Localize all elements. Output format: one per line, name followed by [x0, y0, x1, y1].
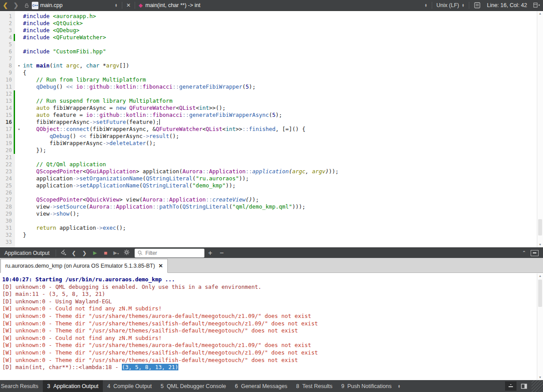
- code-line[interactable]: 20 });: [0, 147, 537, 154]
- code-text: // Qt/Qml application: [23, 161, 537, 168]
- code-line[interactable]: 4#include <QFutureWatcher>: [0, 34, 537, 41]
- editor-scrollbar-thumb[interactable]: [538, 219, 542, 236]
- code-line[interactable]: 12: [0, 90, 537, 97]
- close-tab-icon[interactable]: ✕: [158, 263, 163, 269]
- code-line[interactable]: 7: [0, 55, 537, 62]
- scroll-up-icon[interactable]: ▲: [537, 273, 543, 279]
- fold-margin: [15, 48, 23, 55]
- output-pane-button-compile-output[interactable]: 4Compile Output: [103, 380, 156, 392]
- zoom-out-icon[interactable]: −: [216, 249, 227, 257]
- code-line[interactable]: 32}: [0, 231, 537, 239]
- console-line: [W] unknown:0 - Theme dir "/usr/share/th…: [2, 320, 537, 328]
- code-line[interactable]: 16 fibiWrapperAsync->setFuture(feature);: [0, 119, 537, 126]
- output-pane-button-application-output[interactable]: 3Application Output: [43, 380, 103, 392]
- code-line[interactable]: 27 QScopedPointer<QQuickView> view(Auror…: [0, 196, 537, 203]
- code-text: fibiWrapperAsync->deleteLater();: [23, 140, 537, 147]
- code-line[interactable]: 11 qDebug() << io::github::kotlin::fibon…: [0, 83, 537, 90]
- code-line[interactable]: 10 // Run from library Multiplatform: [0, 76, 537, 83]
- back-icon[interactable]: ❮: [0, 2, 11, 9]
- code-line[interactable]: 18 qDebug() << fibiWrapperAsync->result(…: [0, 133, 537, 140]
- zoom-in-icon[interactable]: +: [204, 249, 216, 257]
- code-line[interactable]: 28 view->setSource(Aurora::Application::…: [0, 203, 537, 210]
- run-output-tab[interactable]: ru.auroraos.demo_kmp (on Aurora OS Emula…: [0, 259, 168, 273]
- line-ending-spinner-icon[interactable]: ▲▼: [462, 4, 464, 7]
- attach-debugger-icon[interactable]: ▶●: [111, 250, 121, 256]
- scroll-down-icon[interactable]: ▼: [537, 242, 543, 247]
- code-text: #include <QtQuick>: [23, 20, 537, 27]
- code-line[interactable]: 14 auto fibiWrapperAsync = new QFutureWa…: [0, 105, 537, 112]
- code-line[interactable]: 24 application->setOrganizationName(QStr…: [0, 175, 537, 182]
- code-line[interactable]: 22 // Qt/Qml application: [0, 161, 537, 168]
- toggle-right-sidebar-icon[interactable]: [518, 381, 530, 391]
- file-dropdown-spinner-icon[interactable]: ▲▼: [115, 4, 117, 7]
- scroll-down-icon[interactable]: ▼: [537, 375, 543, 380]
- fold-margin: [15, 147, 23, 154]
- output-filter-field[interactable]: [135, 249, 204, 258]
- scroll-up-icon[interactable]: ▲: [537, 11, 543, 16]
- close-document-icon[interactable]: ✕: [124, 2, 133, 8]
- output-pane-button-qml-debugger-console[interactable]: 5QML Debugger Console: [156, 380, 230, 392]
- previous-item-icon[interactable]: ❮: [68, 250, 79, 256]
- output-pane-button-test-results[interactable]: 8Test Results: [292, 380, 337, 392]
- split-editor-icon[interactable]: [533, 2, 540, 9]
- line-number: 7: [0, 55, 14, 62]
- code-line[interactable]: 17▾ QObject::connect(fibiWrapperAsync, &…: [0, 126, 537, 133]
- rerun-icon[interactable]: ▶: [90, 250, 100, 256]
- code-line[interactable]: 13 // Run suspend from library Multiplat…: [0, 97, 537, 105]
- code-line[interactable]: 1#include <auroraapp.h>: [0, 13, 537, 20]
- output-pane-button-push-notifications[interactable]: 9Push Notifications: [337, 380, 396, 392]
- output-settings-gear-icon[interactable]: [121, 249, 132, 257]
- collapse-panel-icon[interactable]: ⌃: [517, 250, 531, 256]
- code-line[interactable]: 25 application->setApplicationName(QStri…: [0, 182, 537, 189]
- forward-icon[interactable]: ❯: [11, 2, 21, 9]
- code-editor[interactable]: 1#include <auroraapp.h>2#include <QtQuic…: [0, 11, 543, 247]
- code-line[interactable]: 23 QScopedPointer<QGuiApplication> appli…: [0, 168, 537, 175]
- code-line[interactable]: 6#include "CustomFibi.hpp": [0, 48, 537, 55]
- application-output-console[interactable]: 10:40:27: Starting /usr/bin/ru.auroraos.…: [0, 273, 537, 380]
- code-line[interactable]: 30: [0, 217, 537, 224]
- code-line[interactable]: 33: [0, 239, 537, 246]
- code-line[interactable]: 29 view->show();: [0, 210, 537, 217]
- line-number: 8: [0, 62, 14, 69]
- code-line[interactable]: 5: [0, 41, 537, 48]
- annotation-settings-icon[interactable]: [474, 2, 481, 9]
- resize-grip[interactable]: [532, 380, 543, 392]
- fold-arrow-icon[interactable]: ▾: [15, 126, 23, 133]
- console-line: [D] main(int, char**)::<lambda:18 - (3, …: [2, 364, 537, 371]
- code-line[interactable]: 3#include <QDebug>: [0, 27, 537, 34]
- fold-margin: [15, 161, 23, 168]
- line-ending-selector[interactable]: Unix (LF): [437, 2, 459, 8]
- editor-vertical-scrollbar[interactable]: ▲ ▼: [537, 11, 543, 247]
- code-line[interactable]: 8▾int main(int argc, char *argv[]): [0, 62, 537, 69]
- code-text: int main(int argc, char *argv[]): [23, 62, 537, 69]
- next-item-icon[interactable]: ❯: [79, 250, 90, 256]
- symbol-dropdown-spinner-icon[interactable]: ▲▼: [425, 4, 427, 7]
- console-scrollbar-thumb[interactable]: [538, 280, 542, 307]
- code-line[interactable]: 9{: [0, 69, 537, 76]
- line-number: 23: [0, 168, 14, 175]
- clear-output-icon[interactable]: [58, 249, 68, 257]
- output-pane-button-general-messages[interactable]: 6General Messages: [230, 380, 292, 392]
- code-line[interactable]: 31 return application->exec();: [0, 224, 537, 231]
- output-pane-button-search-results[interactable]: Search Results: [0, 380, 43, 392]
- cursor-position-indicator[interactable]: Line: 16, Col: 42: [487, 2, 527, 8]
- console-line: [W] unknown:0 - Could not find any zN.M …: [2, 335, 537, 342]
- console-vertical-scrollbar[interactable]: ▲ ▼: [537, 273, 543, 380]
- code-line[interactable]: 2#include <QtQuick>: [0, 20, 537, 27]
- toggle-output-pane-icon[interactable]: [505, 381, 517, 391]
- fold-margin: [15, 55, 23, 62]
- maximize-panel-icon[interactable]: [531, 250, 539, 256]
- stop-icon[interactable]: ■: [100, 250, 111, 256]
- symbol-dropdown[interactable]: ◆ main(int, char **) -> int ▲▼: [137, 2, 430, 8]
- symbol-label: main(int, char **) -> int: [145, 2, 422, 8]
- code-line[interactable]: 21: [0, 154, 537, 161]
- code-line[interactable]: 19 fibiWrapperAsync->deleteLater();: [0, 140, 537, 147]
- code-line[interactable]: 26: [0, 189, 537, 196]
- output-pane-spinner-icon[interactable]: ▲▼: [398, 385, 400, 388]
- filter-input[interactable]: [145, 250, 194, 256]
- console-line: [W] unknown:0 - Theme dir "/usr/share/th…: [2, 349, 537, 357]
- code-line[interactable]: 15 auto feature = io::github::kotlin::fi…: [0, 112, 537, 119]
- fold-arrow-icon[interactable]: ▾: [15, 62, 23, 69]
- open-document-dropdown[interactable]: C++ main.cpp ▲▼: [32, 2, 120, 9]
- line-number: 1: [0, 13, 14, 20]
